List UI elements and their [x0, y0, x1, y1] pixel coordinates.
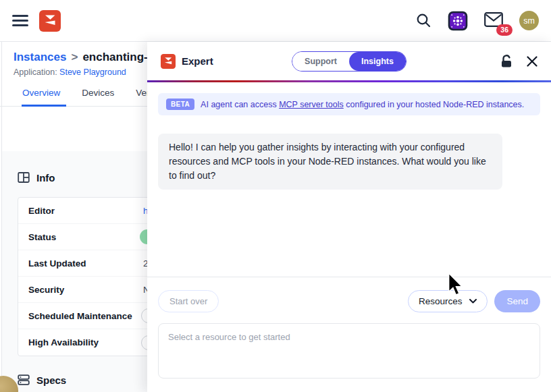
breadcrumb-instances-link[interactable]: Instances: [14, 51, 66, 63]
specs-section-icon: [18, 374, 30, 386]
expert-panel-body: BETA AI agent can access MCP server tool…: [147, 82, 551, 392]
beta-badge: BETA: [166, 99, 194, 110]
beta-banner: BETA AI agent can access MCP server tool…: [158, 93, 540, 115]
apps-grid-icon[interactable]: [448, 11, 468, 31]
search-icon[interactable]: [416, 13, 431, 28]
chat-controls: Start over Resources Send: [158, 290, 540, 312]
chat-input[interactable]: [158, 323, 540, 379]
flowfuse-logo-icon[interactable]: [39, 10, 61, 32]
application-label: Application:: [14, 67, 57, 77]
expert-panel-header: Expert Support Insights: [147, 42, 551, 80]
mail-button[interactable]: 36: [484, 12, 503, 30]
top-navbar: 36 sm: [0, 0, 551, 42]
resources-dropdown[interactable]: Resources: [408, 290, 488, 312]
tab-overview[interactable]: Overview: [22, 88, 60, 106]
specs-section-title: Specs: [36, 374, 66, 386]
expert-logo-icon: [161, 54, 176, 69]
mail-unread-badge: 36: [496, 24, 513, 36]
breadcrumb-separator: >: [71, 51, 78, 63]
user-avatar[interactable]: sm: [519, 11, 539, 30]
start-over-button[interactable]: Start over: [158, 290, 219, 312]
toggle-insights[interactable]: Insights: [349, 52, 406, 71]
breadcrumb-current-instance: enchanting-: [82, 51, 147, 63]
send-button[interactable]: Send: [494, 290, 540, 312]
unlock-icon[interactable]: [500, 54, 513, 68]
mcp-server-tools-link[interactable]: MCP server tools: [279, 100, 344, 109]
close-icon[interactable]: [527, 56, 537, 67]
chevron-down-icon: [469, 299, 477, 304]
beta-text: AI agent can access MCP server tools con…: [201, 100, 524, 109]
support-insights-toggle: Support Insights: [292, 51, 406, 72]
info-section-title: Info: [36, 172, 55, 184]
application-link[interactable]: Steve Playground: [59, 67, 126, 77]
assistant-message: Hello! I can help you gather insights by…: [158, 134, 502, 190]
expert-panel-title: Expert: [182, 55, 213, 67]
toggle-support[interactable]: Support: [292, 52, 349, 71]
expert-panel: Expert Support Insights BETA AI agent ca…: [147, 42, 551, 392]
controls-divider: [147, 277, 551, 277]
info-section-icon: [18, 171, 30, 184]
tab-devices[interactable]: Devices: [82, 88, 114, 106]
hamburger-menu-icon[interactable]: [12, 15, 28, 26]
